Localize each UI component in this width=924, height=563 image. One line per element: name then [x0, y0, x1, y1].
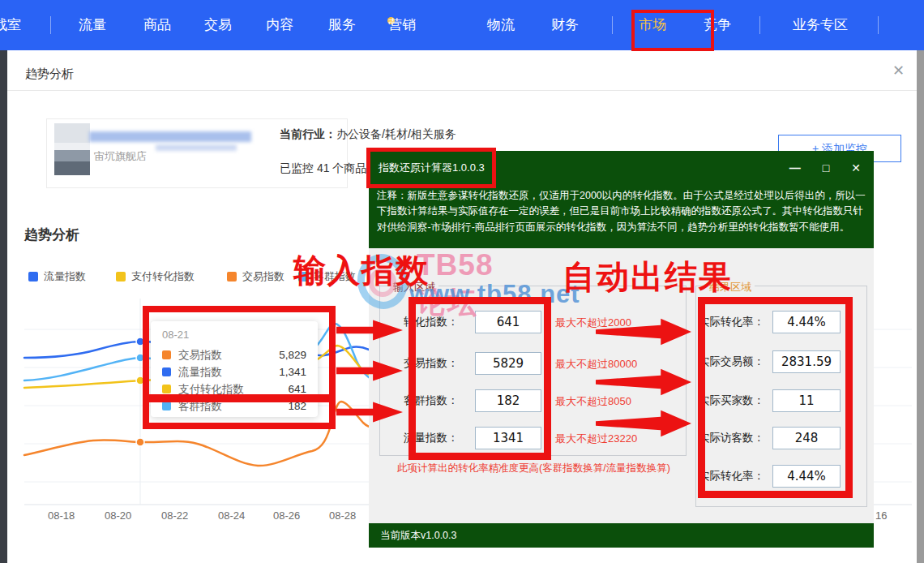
nav-item-content[interactable]: 内容: [266, 0, 293, 50]
legend-label: 客群指数: [314, 269, 356, 284]
top-navbar: 战室 流量 商品 交易 内容 服务 营销 物流 财务 市场 竞争 业务专区: [0, 0, 924, 50]
store-name: 宙坈旗舰店: [94, 149, 147, 164]
nav-divider: [50, 16, 51, 34]
legend-label: 流量指数: [44, 269, 86, 284]
legend-trade-index[interactable]: 交易指数: [227, 269, 284, 284]
nav-divider: [612, 16, 613, 34]
nav-item-business-zone[interactable]: 业务专区: [793, 0, 848, 50]
nav-item-trade[interactable]: 交易: [204, 0, 232, 50]
actual-buyers-label: 实际买家数：: [699, 393, 764, 408]
actual-conversion-rate-output[interactable]: [772, 311, 841, 333]
section-title: 趋势分析: [24, 226, 79, 244]
legend-pay-conversion-index[interactable]: 支付转化指数: [116, 269, 195, 284]
current-industry-text: 当前行业：办公设备/耗材/相关服务: [280, 127, 456, 142]
legend-swatch-blue: [28, 272, 38, 282]
chart-tooltip: 08-21 交易指数 5,829 流量指数 1,341 支付转化指数 641 客…: [151, 321, 318, 417]
minimize-icon[interactable]: —: [789, 161, 801, 174]
blurred-product-subtitle: [156, 144, 237, 151]
nav-item-service[interactable]: 服务: [328, 0, 356, 50]
trade-index-input[interactable]: [475, 352, 541, 375]
legend-customer-index[interactable]: 客群指数: [298, 269, 356, 284]
maximize-icon[interactable]: □: [823, 161, 829, 174]
legend-label: 交易指数: [242, 269, 284, 284]
legend-swatch-yellow: [116, 272, 126, 282]
input-groupbox-label: 输入区域: [390, 280, 438, 294]
tooltip-label: 支付转化指数: [178, 382, 244, 397]
actual-buyers-output[interactable]: [772, 389, 841, 412]
legend-traffic-index[interactable]: 流量指数: [28, 269, 86, 284]
tooltip-swatch-yellow: [162, 385, 171, 393]
trade-index-hint: 最大不超过80000: [555, 357, 637, 372]
x-tick-0828: 08-28: [329, 509, 356, 522]
tooltip-date: 08-21: [162, 329, 306, 341]
tooltip-value: 5,829: [279, 349, 306, 361]
calculator-status-bar: 当前版本v1.0.0.3: [369, 523, 874, 548]
page-left-edge: [0, 50, 7, 563]
x-tick-0822: 08-22: [161, 509, 188, 522]
actual-trade-amount-label: 实际交易额：: [699, 355, 764, 369]
legend-label: 支付转化指数: [131, 269, 195, 284]
actual-conversion-rate2-label: 实际转化率：: [699, 469, 764, 483]
industry-label: 当前行业：: [280, 127, 336, 140]
index-calculator-window: 指数还原计算器1.0.0.3 — □ ✕ 注释：新版生意参谋转化指数还原，仅适用…: [369, 151, 874, 548]
tooltip-label: 客群指数: [178, 399, 222, 414]
traffic-index-label: 流量指数：: [404, 431, 459, 445]
blurred-product-title: [89, 131, 251, 142]
nav-item-warroom[interactable]: 战室: [0, 0, 21, 50]
nav-item-competition[interactable]: 竞争: [704, 0, 731, 50]
customer-index-label: 客群指数：: [404, 393, 459, 408]
tooltip-row-pay-conversion: 支付转化指数 641: [162, 380, 306, 398]
legend-swatch-lightblue: [298, 272, 308, 282]
x-tick-partial: 16: [875, 509, 887, 522]
product-thumbnail: [54, 123, 90, 175]
tooltip-swatch-blue: [162, 367, 171, 376]
actual-visitors-output[interactable]: [772, 427, 841, 449]
monitored-count-text: 已监控 41 个商品: [280, 161, 366, 176]
modal-close-icon[interactable]: ✕: [892, 62, 905, 80]
nav-item-market[interactable]: 市场: [639, 0, 666, 50]
nav-item-logistics[interactable]: 物流: [487, 0, 515, 50]
x-tick-0818: 08-18: [48, 509, 75, 522]
tooltip-row-trade: 交易指数 5,829: [162, 346, 306, 363]
nav-item-marketing[interactable]: 营销: [388, 0, 416, 50]
tooltip-value: 182: [288, 400, 306, 412]
nav-item-finance[interactable]: 财务: [551, 0, 579, 50]
calculator-note: 注释：新版生意参谋转化指数还原，仅适用于2000以内的转化指数。由于公式是经过处…: [369, 185, 874, 248]
x-tick-0824: 08-24: [218, 509, 245, 522]
x-tick-0826: 08-26: [273, 509, 300, 522]
calculator-title: 指数还原计算器1.0.0.3: [379, 151, 485, 185]
tooltip-value: 641: [288, 383, 306, 395]
actual-trade-amount-output[interactable]: [772, 350, 841, 373]
modal-header-divider: [7, 90, 917, 91]
trade-index-label: 交易指数：: [404, 356, 459, 371]
conversion-index-label: 转化指数：: [404, 315, 459, 329]
modal-title: 趋势分析: [25, 67, 74, 82]
conversion-index-input[interactable]: [475, 311, 541, 333]
tooltip-swatch-orange: [162, 350, 171, 359]
actual-visitors-label: 实际访客数：: [699, 431, 764, 445]
industry-value: 办公设备/耗材/相关服务: [336, 127, 456, 140]
x-tick-0820: 08-20: [105, 509, 131, 522]
tooltip-row-traffic: 流量指数 1,341: [162, 363, 306, 380]
tooltip-label: 流量指数: [178, 365, 222, 380]
customer-index-hint: 最大不超过8050: [555, 394, 631, 409]
nav-item-traffic[interactable]: 流量: [79, 0, 106, 50]
nav-divider: [759, 16, 760, 34]
tooltip-row-customer: 客群指数 182: [162, 398, 306, 415]
calculator-body: 输入区域 转化指数： 最大不超过2000 交易指数： 最大不超过80000 客群…: [369, 248, 874, 523]
result-groupbox-label: 结果区域: [706, 280, 755, 294]
traffic-index-input[interactable]: [475, 427, 541, 449]
actual-conversion-rate2-output[interactable]: [772, 465, 841, 488]
tooltip-label: 交易指数: [178, 348, 222, 363]
tooltip-swatch-lightblue: [162, 402, 171, 410]
page-scrollbar[interactable]: [917, 50, 924, 563]
close-window-icon[interactable]: ✕: [851, 161, 861, 174]
tooltip-value: 1,341: [279, 366, 306, 378]
actual-conversion-rate-label: 实际转化率：: [699, 315, 764, 329]
customer-index-input[interactable]: [475, 389, 541, 412]
nav-divider: [878, 16, 879, 34]
traffic-index-hint: 最大不超过23220: [555, 432, 637, 446]
nav-item-product[interactable]: 商品: [143, 0, 171, 50]
legend-swatch-orange: [227, 272, 237, 282]
calculator-titlebar[interactable]: 指数还原计算器1.0.0.3 — □ ✕: [369, 151, 874, 185]
